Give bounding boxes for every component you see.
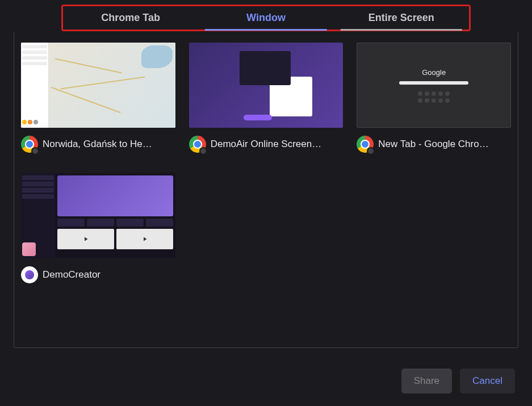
highlighted-tabs-region: Chrome Tab Window Entire Screen bbox=[0, 0, 532, 31]
democreator-icon bbox=[21, 266, 38, 283]
windows-grid: Norwida, Gdańsk to He… DemoAir Online Sc… bbox=[14, 32, 518, 348]
window-label: New Tab - Google Chro… bbox=[357, 136, 511, 153]
window-label: DemoAir Online Screen… bbox=[189, 136, 344, 153]
chrome-icon bbox=[189, 136, 206, 153]
window-thumbnail bbox=[189, 43, 344, 128]
window-thumbnail bbox=[21, 43, 175, 128]
google-logo: Google bbox=[422, 68, 446, 77]
screen-share-dialog: Chrome Tab Window Entire Screen bbox=[0, 0, 532, 406]
share-button[interactable]: Share bbox=[401, 369, 452, 394]
tab-window[interactable]: Window bbox=[198, 6, 333, 30]
window-option-democreator[interactable]: DemoCreator bbox=[21, 173, 175, 283]
window-title: DemoAir Online Screen… bbox=[211, 139, 322, 150]
window-thumbnail: Google bbox=[357, 43, 511, 128]
window-option-demoair[interactable]: DemoAir Online Screen… bbox=[189, 43, 344, 153]
window-thumbnail bbox=[21, 173, 175, 258]
tab-chrome-tab[interactable]: Chrome Tab bbox=[63, 6, 198, 30]
window-title: DemoCreator bbox=[43, 269, 100, 281]
window-option-newtab[interactable]: Google New Tab - Google Chro… bbox=[357, 43, 511, 153]
window-option-maps[interactable]: Norwida, Gdańsk to He… bbox=[21, 43, 175, 153]
chrome-icon bbox=[357, 136, 374, 153]
dialog-footer: Share Cancel bbox=[0, 359, 532, 406]
window-title: Norwida, Gdańsk to He… bbox=[43, 139, 152, 150]
window-title: New Tab - Google Chro… bbox=[378, 139, 488, 150]
source-tabs: Chrome Tab Window Entire Screen bbox=[61, 5, 471, 31]
window-label: Norwida, Gdańsk to He… bbox=[21, 136, 175, 153]
window-label: DemoCreator bbox=[21, 266, 175, 283]
cancel-button[interactable]: Cancel bbox=[460, 369, 515, 394]
chrome-icon bbox=[21, 136, 38, 153]
tab-entire-screen[interactable]: Entire Screen bbox=[334, 6, 469, 30]
